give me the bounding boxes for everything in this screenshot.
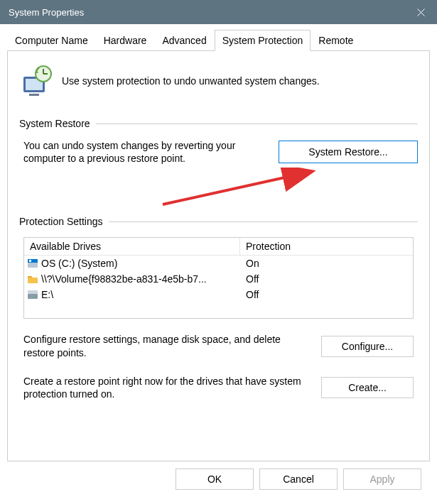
- create-text: Create a restore point right now for the…: [23, 375, 310, 400]
- drive-icon: [27, 289, 38, 300]
- protection-settings-group-title: Protection Settings: [19, 216, 418, 227]
- dialog-footer: OK Cancel Apply: [7, 461, 430, 498]
- divider: [96, 124, 418, 124]
- titlebar: System Properties: [0, 0, 437, 24]
- header-drives[interactable]: Available Drives: [24, 238, 240, 256]
- os-drive-icon: [27, 258, 38, 269]
- drive-name: E:\: [41, 289, 53, 300]
- svg-rect-2: [29, 94, 39, 96]
- create-button[interactable]: Create...: [321, 377, 414, 398]
- intro-row: Use system protection to undo unwanted s…: [19, 60, 418, 98]
- configure-row: Configure restore settings, manage disk …: [19, 333, 418, 374]
- close-icon: [417, 9, 425, 16]
- table-row[interactable]: OS (C:) (System) On: [24, 256, 413, 271]
- intro-text: Use system protection to undo unwanted s…: [62, 75, 320, 87]
- svg-point-12: [35, 296, 36, 297]
- header-protection[interactable]: Protection: [240, 238, 413, 256]
- tab-body: Use system protection to undo unwanted s…: [7, 51, 430, 461]
- protection-settings-label: Protection Settings: [19, 216, 103, 227]
- drive-status: On: [240, 258, 413, 269]
- system-restore-button[interactable]: System Restore...: [279, 141, 418, 163]
- cancel-button[interactable]: Cancel: [259, 469, 338, 490]
- svg-rect-7: [28, 262, 38, 268]
- apply-button[interactable]: Apply: [343, 469, 421, 490]
- system-protection-icon: [19, 64, 53, 98]
- tab-advanced[interactable]: Advanced: [154, 30, 214, 50]
- system-restore-label: System Restore: [19, 118, 90, 129]
- tab-hardware[interactable]: Hardware: [96, 30, 155, 50]
- arrow-icon: [154, 168, 339, 209]
- tab-system-protection[interactable]: System Protection: [215, 30, 311, 51]
- configure-text: Configure restore settings, manage disk …: [23, 333, 310, 358]
- drive-name: \\?\Volume{f98832be-a831-4e5b-b7...: [41, 273, 207, 285]
- window-title: System Properties: [9, 7, 84, 18]
- divider: [109, 221, 418, 222]
- table-body: OS (C:) (System) On \\?\Volume{f98832be-…: [24, 256, 413, 318]
- system-restore-text: You can undo system changes by reverting…: [23, 139, 266, 165]
- svg-line-6: [163, 172, 311, 204]
- tab-strip: Computer Name Hardware Advanced System P…: [7, 30, 430, 51]
- create-row: Create a restore point right now for the…: [19, 375, 418, 416]
- drive-status: Off: [240, 289, 413, 300]
- tab-computer-name[interactable]: Computer Name: [7, 30, 96, 50]
- svg-rect-11: [28, 290, 38, 294]
- table-header: Available Drives Protection: [24, 238, 413, 256]
- tab-remote[interactable]: Remote: [311, 30, 361, 50]
- annotation-arrow-area: [19, 172, 418, 210]
- table-row[interactable]: \\?\Volume{f98832be-a831-4e5b-b7... Off: [24, 271, 413, 287]
- drives-table: Available Drives Protection OS (C:) (Sys…: [23, 237, 414, 319]
- folder-icon: [27, 273, 38, 285]
- drive-name: OS (C:) (System): [41, 258, 117, 269]
- table-row-empty: [24, 302, 413, 318]
- system-properties-window: System Properties Computer Name Hardware…: [0, 0, 437, 504]
- table-row[interactable]: E:\ Off: [24, 287, 413, 302]
- ok-button[interactable]: OK: [176, 469, 254, 490]
- drive-status: Off: [240, 273, 413, 285]
- svg-rect-9: [29, 260, 31, 262]
- configure-button[interactable]: Configure...: [321, 336, 414, 357]
- system-restore-row: You can undo system changes by reverting…: [19, 139, 418, 165]
- system-restore-group-title: System Restore: [19, 118, 418, 129]
- close-button[interactable]: [404, 0, 437, 24]
- content-area: Computer Name Hardware Advanced System P…: [0, 24, 437, 504]
